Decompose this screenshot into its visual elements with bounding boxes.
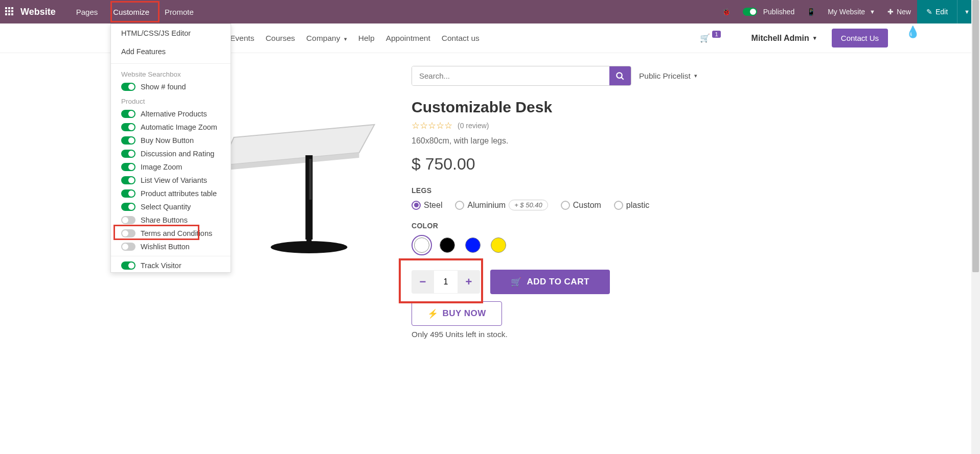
topnav-pages[interactable]: Pages	[69, 2, 106, 22]
color-yellow[interactable]	[488, 235, 509, 255]
menu-wishlist[interactable]: Wishlist Button	[111, 240, 231, 253]
nav-appointment[interactable]: Appointment	[386, 34, 430, 43]
svg-rect-3	[309, 159, 312, 200]
topnav-promote[interactable]: Promote	[157, 2, 201, 22]
toggle-icon	[121, 150, 135, 158]
pricelist-dropdown[interactable]: Public Pricelist ▾	[639, 71, 697, 81]
actions-row: − + 🛒 ADD TO CART	[412, 270, 878, 294]
qty-minus-button[interactable]: −	[412, 270, 434, 294]
legs-plastic[interactable]: plastic	[614, 201, 649, 210]
edit-label: Edit	[936, 8, 948, 16]
menu-label: Select Quantity	[141, 203, 191, 211]
legs-options: Steel Aluminium+ $ 50.40 Custom plastic	[412, 200, 878, 210]
topnav-customize[interactable]: Customize	[105, 2, 157, 22]
user-menu[interactable]: Mitchell Admin ▾	[751, 34, 816, 43]
legs-option-label: Aluminium	[467, 201, 506, 210]
menu-image-zoom[interactable]: Image Zoom	[111, 160, 231, 174]
bug-icon[interactable]: 🐞	[716, 0, 737, 23]
toggle-icon	[121, 229, 135, 237]
publish-toggle-wrap[interactable]: Published	[737, 0, 801, 23]
chevron-down-icon: ▼	[870, 9, 875, 15]
menu-label: Buy Now Button	[141, 136, 194, 145]
toggle-icon	[121, 83, 135, 91]
search-input[interactable]	[412, 66, 609, 85]
color-swatch-icon	[491, 237, 506, 253]
legs-custom[interactable]: Custom	[561, 201, 601, 210]
qty-plus-button[interactable]: +	[458, 270, 480, 294]
color-options	[412, 235, 878, 255]
menu-buy-now[interactable]: Buy Now Button	[111, 134, 231, 147]
cart-button[interactable]: 🛒 1	[700, 33, 720, 43]
menu-share-buttons[interactable]: Share Buttons	[111, 213, 231, 227]
edit-button[interactable]: ✎ Edit	[917, 0, 957, 23]
nav-help[interactable]: Help	[358, 34, 375, 43]
menu-section-searchbox: Website Searchbox	[111, 66, 231, 80]
my-website-menu[interactable]: My Website ▼	[822, 0, 881, 23]
scrollbar-thumb[interactable]	[972, 0, 979, 272]
color-swatch-icon	[414, 237, 429, 253]
menu-label: List View of Variants	[141, 176, 207, 184]
nav-company[interactable]: Company ▾	[306, 34, 347, 43]
topnav: Pages Customize Promote	[69, 2, 201, 22]
topbar-right: 🐞 Published 📱 My Website ▼ ✚ New ✎ Edit …	[716, 0, 975, 23]
menu-select-quantity[interactable]: Select Quantity	[111, 200, 231, 213]
color-label: COLOR	[412, 222, 878, 230]
cart-count-badge: 1	[712, 31, 720, 38]
contact-us-button[interactable]: Contact Us	[832, 29, 888, 47]
toggle-icon	[121, 123, 135, 131]
chevron-down-icon: ▾	[694, 73, 697, 79]
legs-option-label: plastic	[626, 201, 649, 210]
menu-label: Wishlist Button	[141, 243, 190, 251]
add-to-cart-button[interactable]: 🛒 ADD TO CART	[490, 270, 610, 294]
nav-contact[interactable]: Contact us	[442, 34, 480, 43]
divider	[111, 63, 231, 64]
product-subtitle: 160x80cm, with large legs.	[412, 136, 878, 146]
search-button[interactable]	[609, 66, 631, 85]
chevron-down-icon: ▾	[344, 36, 347, 42]
color-black[interactable]	[437, 235, 458, 255]
nav-events[interactable]: Events	[230, 34, 254, 43]
menu-label: Show # found	[141, 83, 186, 91]
svg-point-6	[617, 73, 622, 78]
stock-text: Only 495 Units left in stock.	[412, 330, 878, 339]
buy-now-button[interactable]: ⚡ BUY NOW	[412, 301, 502, 326]
menu-terms[interactable]: Terms and Conditions	[111, 227, 231, 240]
menu-show-found[interactable]: Show # found	[111, 80, 231, 93]
menu-alternative-products[interactable]: Alternative Products	[111, 107, 231, 121]
menu-list-variants[interactable]: List View of Variants	[111, 174, 231, 187]
star-icons: ☆☆☆☆☆	[412, 120, 452, 131]
color-swatch-icon	[465, 237, 481, 253]
review-count: (0 review)	[458, 122, 489, 130]
theme-droplet-icon[interactable]: 💧	[906, 26, 920, 39]
menu-section-product: Product	[111, 93, 231, 107]
toggle-icon	[121, 176, 135, 184]
menu-label: Terms and Conditions	[141, 229, 212, 237]
menu-html-editor[interactable]: HTML/CSS/JS Editor	[111, 24, 231, 42]
product-details: Public Pricelist ▾ Customizable Desk ☆☆☆…	[412, 66, 878, 339]
legs-aluminium[interactable]: Aluminium+ $ 50.40	[455, 200, 548, 210]
menu-attr-table[interactable]: Product attributes table	[111, 187, 231, 200]
product-price: $ 750.00	[412, 155, 878, 174]
color-blue[interactable]	[463, 235, 483, 255]
price-badge: + $ 50.40	[509, 200, 548, 210]
color-white[interactable]	[412, 235, 432, 255]
menu-label: Track Visitor	[141, 261, 181, 270]
menu-track-visitor[interactable]: Track Visitor	[111, 259, 231, 272]
toggle-icon	[121, 203, 135, 211]
publish-label: Published	[763, 8, 795, 16]
menu-discussion[interactable]: Discussion and Rating	[111, 147, 231, 160]
mobile-preview-icon[interactable]: 📱	[801, 0, 822, 23]
legs-steel[interactable]: Steel	[412, 201, 442, 210]
new-button[interactable]: ✚ New	[881, 0, 917, 23]
scrollbar[interactable]	[971, 0, 980, 360]
nav-courses[interactable]: Courses	[265, 34, 295, 43]
menu-add-features[interactable]: Add Features	[111, 42, 231, 61]
legs-label: LEGS	[412, 186, 878, 195]
qty-input[interactable]	[434, 270, 458, 294]
apps-icon[interactable]	[5, 7, 14, 16]
legs-option-label: Steel	[424, 201, 442, 210]
app-brand: Website	[20, 7, 56, 17]
menu-auto-zoom[interactable]: Automatic Image Zoom	[111, 121, 231, 134]
rating-row: ☆☆☆☆☆ (0 review)	[412, 120, 878, 131]
chevron-down-icon: ▾	[813, 35, 816, 41]
